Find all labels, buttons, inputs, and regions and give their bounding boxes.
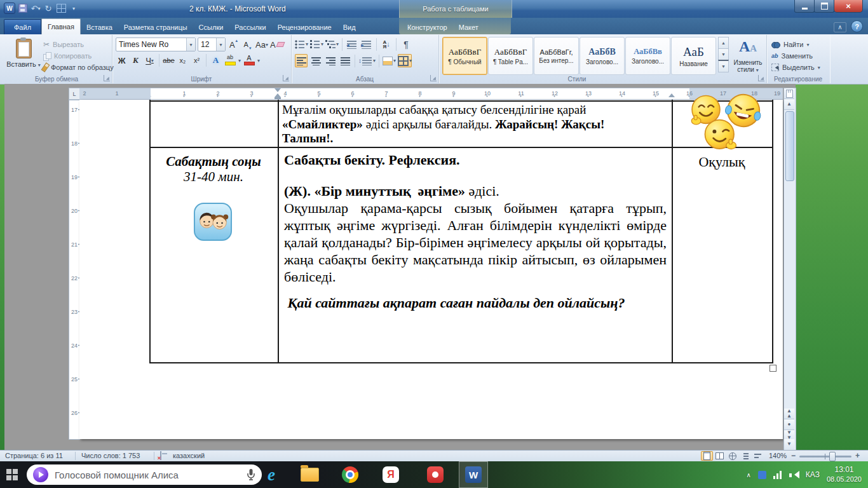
zoom-slider-track[interactable] — [799, 456, 851, 458]
fullscreen-reading-view-button[interactable] — [714, 451, 726, 461]
save-button[interactable] — [18, 3, 28, 14]
grow-font-button[interactable]: А▴ — [227, 38, 240, 51]
shrink-font-button[interactable]: А▾ — [241, 38, 254, 51]
scroll-down-button[interactable]: ▼ — [784, 439, 794, 449]
taskbar-word-active[interactable]: W — [459, 461, 488, 488]
italic-button[interactable]: К — [130, 54, 142, 67]
chevron-down-icon[interactable]: ▾ — [238, 58, 241, 64]
align-left-button[interactable] — [295, 54, 308, 67]
text-effects-button[interactable]: А — [210, 54, 222, 67]
view-ruler-toggle-button[interactable] — [784, 88, 794, 99]
font-color-button[interactable]: А — [243, 54, 255, 67]
print-layout-view-button[interactable] — [701, 451, 713, 461]
change-styles-button[interactable]: АА Изменить стили ▾ — [731, 37, 765, 80]
resources-cell[interactable]: Оқулық — [673, 154, 771, 170]
vertical-scrollbar[interactable]: ▲ ▲▲ ● ▼▼ ▼ — [783, 88, 796, 451]
select-button[interactable]: Выделить▾ — [771, 62, 820, 72]
clock[interactable]: 13:01 08.05.2020 — [827, 465, 862, 484]
superscript-button[interactable]: x² — [191, 54, 203, 67]
bullets-button[interactable]: ▾ — [295, 37, 308, 51]
outline-view-button[interactable] — [739, 451, 751, 461]
chevron-down-icon[interactable]: ▾ — [257, 58, 260, 64]
vertical-ruler[interactable]: 17181920212223242526 — [69, 100, 80, 440]
taskbar-file-explorer[interactable] — [295, 461, 324, 488]
scroll-up-button[interactable]: ▲ — [784, 99, 794, 110]
replace-button[interactable]: abЗаменить — [771, 51, 813, 61]
maximize-button[interactable] — [814, 0, 834, 13]
increase-indent-button[interactable]: ▸ — [360, 37, 373, 51]
redo-button[interactable]: ↻ — [43, 3, 53, 14]
align-center-button[interactable] — [309, 54, 322, 67]
contextual-tab-0[interactable]: Конструктор — [402, 20, 453, 34]
underline-button[interactable]: Ч▾ — [144, 54, 156, 67]
lesson-stage-cell[interactable]: Сабақтың соңы 31-40 мин. — [151, 154, 276, 184]
taskbar-red-app[interactable] — [421, 461, 450, 488]
tab-file[interactable]: Файл — [4, 19, 41, 34]
zoom-out-button[interactable]: − — [791, 451, 796, 460]
clipboard-dialog-launcher[interactable] — [104, 75, 110, 81]
tab-stop-selector[interactable]: L — [69, 88, 80, 100]
style-card-0[interactable]: АаБбВвГ¶ Обычный — [442, 37, 487, 75]
style-card-4[interactable]: АаБбВвЗаголово... — [625, 37, 670, 75]
taskbar-chrome[interactable] — [336, 461, 365, 488]
scrollbar-thumb[interactable] — [785, 111, 794, 181]
highlight-color-button[interactable]: ab — [224, 54, 236, 67]
network-icon[interactable] — [773, 471, 782, 479]
tray-app-icon[interactable] — [758, 471, 766, 479]
chevron-down-icon[interactable]: ▾ — [151, 58, 154, 64]
zoom-slider-thumb[interactable] — [829, 452, 836, 461]
previous-page-button[interactable]: ▲▲ — [784, 409, 794, 419]
undo-button[interactable]: ↶▾ — [31, 3, 41, 14]
clear-formatting-button[interactable]: А — [270, 38, 284, 51]
page-indicator[interactable]: Страница: 6 из 11 — [5, 452, 63, 459]
styles-scroll-up-button[interactable]: ▲ — [718, 37, 729, 49]
justify-button[interactable] — [339, 54, 351, 67]
proofing-status-icon[interactable] — [160, 451, 161, 460]
subscript-button[interactable]: x₂ — [177, 54, 189, 67]
tab-2[interactable]: Разметка страницы — [118, 20, 193, 34]
styles-dialog-launcher[interactable] — [758, 75, 764, 81]
chevron-down-icon[interactable]: ▾ — [216, 38, 225, 51]
microphone-icon[interactable] — [247, 468, 255, 481]
select-browse-object-button[interactable]: ● — [784, 419, 794, 430]
volume-icon[interactable] — [789, 471, 799, 479]
left-indent-marker[interactable] — [275, 97, 281, 99]
style-card-1[interactable]: АаБбВвГ¶ Table Pa... — [488, 37, 533, 75]
line-spacing-button[interactable]: ↕▾ — [358, 54, 376, 67]
paste-button[interactable]: Вставить ▾ — [6, 37, 41, 81]
hidden-icons-chevron[interactable]: ∧ — [747, 471, 751, 478]
paste-dropdown-icon[interactable]: ▾ — [38, 62, 41, 68]
reflection-cell[interactable]: Сабақты бекіту. Рефлексия. (Ж). «Бір мин… — [284, 151, 667, 311]
multilevel-list-button[interactable]: ▾ — [325, 37, 339, 51]
taskbar-internet-explorer[interactable]: e — [257, 461, 286, 488]
web-layout-view-button[interactable] — [726, 451, 738, 461]
styles-gallery-expand-button[interactable]: ▼ — [718, 60, 729, 72]
table-resize-handle[interactable] — [770, 365, 776, 372]
zoom-in-button[interactable]: + — [855, 451, 860, 460]
taskbar-yandex-browser[interactable]: Я — [376, 461, 405, 488]
horizontal-ruler[interactable]: 2112345678910111213141516171819 — [79, 88, 783, 100]
language-switcher[interactable]: КАЗ — [806, 470, 820, 479]
font-family-combo[interactable]: Times New Ro▾ — [116, 37, 196, 51]
borders-button[interactable]: ▾ — [398, 54, 412, 67]
find-button[interactable]: Найти▾ — [771, 39, 809, 50]
draft-view-button[interactable] — [752, 451, 764, 461]
assessment-cell-text[interactable]: Мұғалім оқушыларды сабаққа қатысу белсен… — [282, 103, 666, 146]
shading-button[interactable]: ▾ — [383, 54, 396, 67]
table-quick-icon[interactable] — [56, 3, 66, 14]
paragraph-dialog-launcher[interactable] — [430, 75, 437, 81]
chevron-down-icon[interactable]: ▾ — [186, 38, 195, 51]
style-card-3[interactable]: АаБбВЗаголово... — [580, 37, 625, 75]
tab-4[interactable]: Рассылки — [229, 20, 271, 34]
close-button[interactable]: × — [834, 0, 863, 13]
show-formatting-marks-button[interactable]: ¶ — [400, 37, 412, 51]
bold-button[interactable]: Ж — [116, 54, 128, 67]
contextual-tab-1[interactable]: Макет — [453, 20, 484, 34]
word-count[interactable]: Число слов: 1 753 — [81, 452, 140, 459]
tab-5[interactable]: Рецензирование — [272, 20, 337, 34]
tab-3[interactable]: Ссылки — [193, 20, 229, 34]
tab-0[interactable]: Главная — [41, 18, 81, 34]
zoom-level[interactable]: 140% — [769, 452, 787, 459]
language-indicator[interactable]: казахский — [173, 452, 205, 459]
font-size-combo[interactable]: 12▾ — [198, 37, 226, 51]
